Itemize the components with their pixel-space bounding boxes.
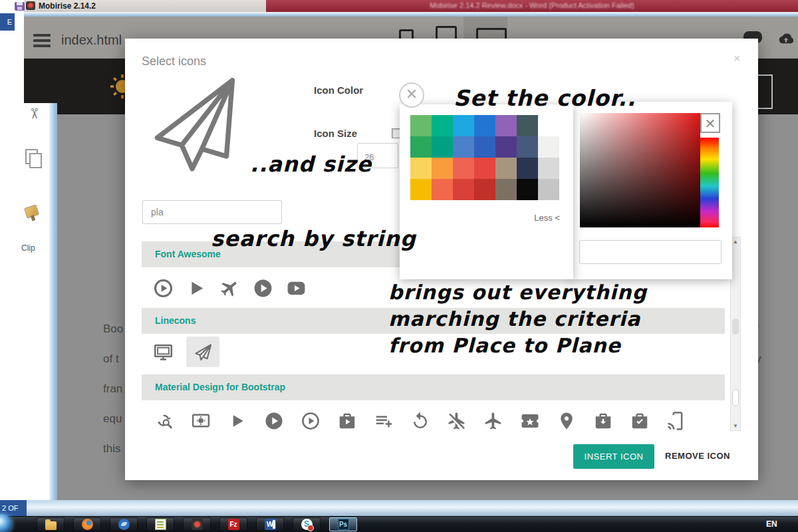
- color-swatch[interactable]: [474, 136, 495, 158]
- scrollbar-thumb[interactable]: [732, 389, 739, 406]
- color-swatch[interactable]: [517, 179, 538, 200]
- color-swatch[interactable]: [453, 136, 474, 158]
- scroll-up-icon[interactable]: ▲: [731, 237, 740, 246]
- section-title: Linecons: [155, 315, 196, 326]
- taskbar-app-notepad[interactable]: [146, 517, 174, 531]
- color-swatch[interactable]: [474, 115, 495, 136]
- color-swatch[interactable]: [474, 179, 495, 200]
- color-swatch[interactable]: [453, 158, 474, 179]
- taskbar-app-word[interactable]: W: [256, 517, 284, 531]
- palette-close-icon[interactable]: ✕: [399, 82, 424, 108]
- color-swatch[interactable]: [474, 158, 495, 179]
- word-title-text: Mobirise 2.14.2 Review.docx - Word (Prod…: [313, 1, 751, 9]
- airplanemode-inactive-icon[interactable]: [447, 406, 483, 436]
- work-download-icon[interactable]: [593, 406, 630, 436]
- color-swatch[interactable]: [410, 136, 432, 158]
- window-border-bottom: [24, 500, 798, 516]
- play-circle-icon[interactable]: [253, 273, 286, 303]
- color-swatch[interactable]: [432, 158, 453, 179]
- annotation-line2: marching the criteria: [388, 307, 640, 331]
- cut-icon[interactable]: ✂: [25, 108, 43, 120]
- playlist-add-icon[interactable]: [374, 406, 410, 436]
- color-swatch[interactable]: [517, 158, 538, 179]
- color-swatch[interactable]: [495, 115, 517, 136]
- shop-icon[interactable]: [337, 406, 374, 436]
- play-circle-outline-thin-icon[interactable]: [301, 406, 337, 436]
- play-icon[interactable]: [186, 273, 219, 303]
- taskbar-app-firefox[interactable]: [73, 517, 101, 531]
- windows-taskbar: FzWSPs EN: [0, 516, 798, 532]
- paper-plane-icon[interactable]: [186, 336, 219, 367]
- local-play-icon[interactable]: [520, 406, 557, 436]
- scrollbar-thumb[interactable]: [732, 319, 739, 334]
- word-title-bar: Mobirise 2.14.2 Review.docx - Word (Prod…: [266, 0, 798, 12]
- play-arrow-icon[interactable]: [227, 406, 264, 436]
- color-swatch[interactable]: [495, 179, 517, 200]
- color-swatch[interactable]: [410, 179, 432, 200]
- color-swatch[interactable]: [538, 115, 559, 136]
- taskbar-app-skype[interactable]: S: [293, 517, 321, 531]
- taskbar-app-photoshop[interactable]: Ps: [329, 517, 357, 531]
- play-circle-outline-icon[interactable]: [153, 273, 186, 303]
- color-swatch[interactable]: [538, 136, 559, 158]
- color-swatch[interactable]: [432, 179, 453, 200]
- taskbar-app-thunderbird[interactable]: [110, 517, 138, 531]
- color-swatch[interactable]: [453, 179, 474, 200]
- start-button[interactable]: [0, 514, 12, 532]
- icon-color-label: Icon Color: [314, 84, 363, 96]
- icon-size-label: Icon Size: [314, 128, 357, 139]
- find-replace-icon[interactable]: [154, 406, 191, 436]
- color-swatch[interactable]: [517, 136, 538, 158]
- play-circle-filled-icon[interactable]: [264, 406, 301, 436]
- color-swatch[interactable]: [410, 158, 432, 179]
- filezilla-icon: Fz: [228, 519, 239, 530]
- swatch-grid: [410, 115, 559, 200]
- color-swatch[interactable]: [453, 115, 474, 136]
- color-value-input[interactable]: [579, 240, 722, 264]
- color-picker-popup: ✕: [569, 102, 732, 279]
- publish-cloud-icon[interactable]: [775, 30, 797, 49]
- color-swatch[interactable]: [432, 136, 453, 158]
- flight-icon[interactable]: [483, 406, 520, 436]
- bg-text-left: Booof tfranequthis: [103, 314, 123, 464]
- work-check-icon[interactable]: [630, 406, 666, 436]
- selected-icon-preview: [143, 70, 251, 182]
- place-icon[interactable]: [557, 406, 593, 436]
- copy-icon[interactable]: [25, 149, 38, 164]
- saturation-gradient[interactable]: [580, 113, 700, 227]
- annotation-set-color: Set the color..: [454, 85, 636, 111]
- plane-icon[interactable]: [219, 273, 253, 303]
- icon-search-input[interactable]: [142, 200, 282, 224]
- taskbar-app-explorer[interactable]: [37, 517, 65, 531]
- color-swatch[interactable]: [410, 115, 432, 136]
- remove-icon-button[interactable]: REMOVE ICON: [665, 451, 730, 461]
- annotation-line3: from Place to Plane: [388, 334, 621, 357]
- word-file-tab[interactable]: E: [0, 13, 15, 31]
- replay-icon[interactable]: [410, 406, 447, 436]
- picker-close-icon[interactable]: ✕: [700, 113, 720, 133]
- insert-icon-button[interactable]: INSERT ICON: [573, 444, 654, 469]
- hue-slider[interactable]: [700, 138, 719, 227]
- color-swatch[interactable]: [495, 158, 517, 179]
- color-swatch-popup: Less <: [400, 104, 573, 279]
- menu-icon[interactable]: [33, 34, 51, 47]
- linecons-icon-row: [153, 336, 219, 367]
- display-icon[interactable]: [153, 336, 186, 367]
- less-toggle-link[interactable]: Less <: [503, 213, 560, 223]
- youtube-play-icon[interactable]: [286, 273, 319, 303]
- color-swatch[interactable]: [432, 115, 453, 136]
- color-swatch[interactable]: [538, 179, 559, 200]
- color-swatch[interactable]: [538, 158, 559, 179]
- taskbar-app-filezilla[interactable]: Fz: [219, 517, 247, 531]
- scroll-down-icon[interactable]: ▼: [731, 422, 740, 430]
- color-swatch[interactable]: [517, 115, 538, 136]
- color-swatch[interactable]: [495, 136, 517, 158]
- dialog-close-icon[interactable]: ×: [733, 52, 741, 66]
- window-border: [49, 103, 57, 500]
- taskbar-app-mobirise[interactable]: [183, 517, 211, 531]
- annotation-line1: brings out everything: [388, 281, 647, 304]
- explorer-icon: [45, 521, 57, 530]
- save-icon[interactable]: [15, 2, 25, 11]
- settings-display-icon[interactable]: [191, 406, 227, 436]
- tap-and-play-icon[interactable]: [666, 406, 703, 436]
